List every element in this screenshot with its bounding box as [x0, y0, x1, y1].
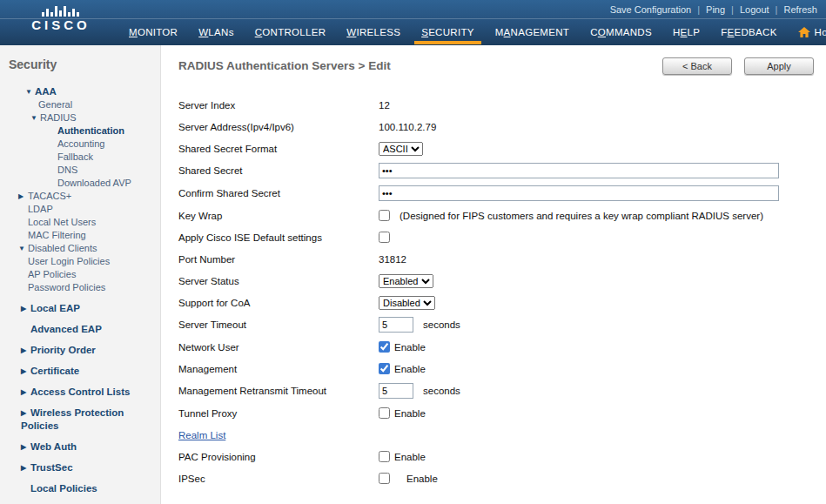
sidebar-item-label: Web Auth	[30, 441, 77, 452]
network-user-label: Network User	[178, 342, 379, 353]
shared-secret-label: Shared Secret	[178, 165, 379, 176]
sidebar-item-mac-filtering[interactable]: MAC Filtering	[7, 229, 155, 242]
mgmt-retransmit-timeout-label: Management Retransmit Timeout	[178, 386, 379, 396]
sidebar-item-label: Accounting	[57, 138, 104, 149]
nav-label-part: O	[598, 27, 606, 37]
sidebar-item-web-auth[interactable]: ▶Web Auth	[7, 440, 155, 454]
ping-link[interactable]: Ping	[706, 4, 725, 15]
realm-list-link[interactable]: Realm List	[178, 430, 225, 440]
pac-provisioning-checkbox[interactable]	[379, 451, 390, 462]
nav-tab-security[interactable]: SECURITY	[421, 19, 474, 44]
form-row-tunnel-proxy: Tunnel Proxy Enable	[178, 406, 814, 420]
sidebar-item-access-control-lists[interactable]: ▶Access Control Lists	[7, 386, 155, 399]
sidebar-item-accounting[interactable]: Accounting	[7, 138, 155, 151]
sidebar-item-dns[interactable]: DNS	[7, 164, 155, 177]
pac-provisioning-enable-label: Enable	[394, 452, 426, 462]
sidebar-item-trustsec[interactable]: ▶TrustSec	[7, 461, 155, 474]
sidebar-item-label: MAC Filtering	[28, 230, 86, 240]
nav-tab-help[interactable]: HELP	[673, 19, 700, 44]
collapsed-arrow-icon: ▶	[21, 407, 30, 420]
form-row-server-timeout: Server Timeout seconds	[178, 317, 814, 333]
apply-ise-label: Apply Cisco ISE Default settings	[178, 232, 379, 243]
nav-tab-controller[interactable]: CONTROLLER	[255, 19, 326, 44]
server-status-select[interactable]: Enabled	[379, 274, 433, 288]
collapsed-arrow-icon: ▶	[21, 386, 30, 399]
nav-home[interactable]: Home	[798, 19, 826, 44]
shared-secret-input[interactable]	[379, 163, 779, 178]
confirm-shared-secret-input[interactable]	[379, 185, 779, 201]
sidebar-item-authentication[interactable]: Authentication	[7, 124, 155, 138]
nav-tab-monitor[interactable]: MONITOR	[129, 19, 178, 44]
sidebar-item-label: Local Policies	[30, 483, 97, 494]
nav-tab-wireless[interactable]: WIRELESS	[346, 19, 400, 44]
sidebar-item-downloaded-avp[interactable]: Downloaded AVP	[7, 177, 155, 190]
sidebar-item-ldap[interactable]: LDAP	[7, 203, 155, 216]
management-checkbox[interactable]	[379, 363, 390, 374]
server-timeout-input[interactable]	[379, 317, 413, 333]
radius-edit-form: Server Index 12 Server Address(Ipv4/Ipv6…	[178, 97, 814, 486]
sidebar-item-label: Certificate	[30, 366, 79, 376]
shared-secret-format-select[interactable]: ASCII	[379, 142, 423, 156]
sidebar-item-aaa[interactable]: ▼AAA	[7, 85, 155, 98]
ipsec-checkbox[interactable]	[379, 473, 390, 484]
network-user-checkbox[interactable]	[379, 341, 390, 353]
nav-label-part: E	[681, 27, 688, 37]
key-wrap-checkbox[interactable]	[379, 210, 390, 221]
sidebar-item-label: Disabled Clients	[28, 243, 97, 253]
nav-tab-wlans[interactable]: WLANs	[198, 19, 233, 44]
nav-label-part: EDBACK	[735, 27, 777, 37]
sidebar-item-label: Downloaded AVP	[57, 178, 131, 188]
nav-label-part: IRELESS	[356, 27, 400, 37]
sidebar-item-label: DNS	[57, 165, 77, 175]
sidebar-item-ap-policies[interactable]: AP Policies	[7, 268, 155, 281]
sidebar-item-label: Access Control Lists	[30, 386, 130, 397]
sidebar-item-local-policies[interactable]: Local Policies	[7, 482, 155, 495]
nav-label-part: ONTROLLER	[262, 27, 326, 37]
sidebar-item-password-policies[interactable]: Password Policies	[7, 281, 155, 294]
form-row-server-address: Server Address(Ipv4/Ipv6) 100.110.2.79	[178, 119, 814, 134]
sidebar-item-label: AAA	[35, 86, 57, 97]
save-configuration-link[interactable]: Save Configuration	[610, 4, 692, 15]
support-coa-label: Support for CoA	[178, 298, 379, 308]
sidebar-item-general[interactable]: General	[7, 98, 155, 111]
logout-link[interactable]: Logout	[740, 4, 769, 15]
sidebar-item-disabled-clients[interactable]: ▼Disabled Clients	[7, 242, 155, 255]
sidebar-item-priority-order[interactable]: ▶Priority Order	[7, 344, 155, 357]
separator: |	[776, 4, 778, 15]
main-content: RADIUS Authentication Servers > Edit < B…	[161, 45, 826, 504]
refresh-link[interactable]: Refresh	[783, 4, 817, 15]
sidebar-tree: ▼AAA General ▼RADIUS Authentication Acco…	[7, 85, 155, 495]
sidebar-item-local-eap[interactable]: ▶Local EAP	[7, 302, 155, 315]
sidebar-item-certificate[interactable]: ▶Certificate	[7, 365, 155, 378]
tunnel-proxy-label: Tunnel Proxy	[178, 408, 379, 419]
sidebar-item-wireless-protection-policies[interactable]: ▶Wireless Protection Policies	[7, 407, 155, 433]
nav-tab-feedback[interactable]: FEEDBACK	[721, 19, 776, 44]
support-coa-select[interactable]: Disabled	[379, 296, 435, 310]
nav-tab-commands[interactable]: COMMANDS	[590, 19, 652, 44]
apply-button[interactable]: Apply	[744, 57, 814, 75]
nav-label-part: LANs	[208, 27, 233, 37]
mgmt-retransmit-timeout-unit-label: seconds	[423, 386, 460, 396]
sidebar-item-fallback[interactable]: Fallback	[7, 151, 155, 164]
mgmt-retransmit-timeout-input[interactable]	[379, 383, 413, 399]
nav-label-part: M	[129, 27, 138, 37]
sidebar-item-local-net-users[interactable]: Local Net Users	[7, 216, 155, 229]
nav-home-label: Home	[815, 27, 826, 37]
nav-label-part: E	[728, 27, 735, 37]
form-row-key-wrap: Key Wrap (Designed for FIPS customers an…	[178, 208, 814, 223]
management-label: Management	[178, 364, 379, 374]
sidebar-item-user-login-policies[interactable]: User Login Policies	[7, 255, 155, 268]
sidebar-item-advanced-eap[interactable]: Advanced EAP	[7, 323, 155, 336]
server-address-value: 100.110.2.79	[379, 122, 436, 132]
collapsed-arrow-icon: ▶	[21, 461, 30, 474]
port-number-value: 31812	[379, 254, 406, 265]
tunnel-proxy-checkbox[interactable]	[379, 407, 390, 419]
home-icon	[798, 27, 810, 37]
back-button[interactable]: < Back	[662, 57, 732, 75]
sidebar-item-tacacs[interactable]: ▶TACACS+	[7, 190, 155, 203]
nav-tab-management[interactable]: MANAGEMENT	[495, 19, 569, 44]
sidebar-item-label: Local Net Users	[28, 217, 96, 227]
apply-ise-checkbox[interactable]	[379, 232, 390, 243]
sidebar-item-radius[interactable]: ▼RADIUS	[7, 111, 155, 124]
cisco-logo: CISCO	[17, 4, 104, 32]
